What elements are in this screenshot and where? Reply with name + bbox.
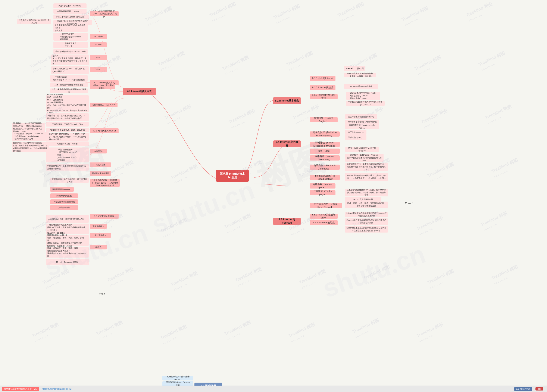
node-highspeed[interactable]: 宽带高速连接 — [50, 205, 78, 210]
node-8-5-1[interactable]: 8.5.1 Internet的组成与应用 — [310, 214, 338, 219]
node-pon-onu[interactable]: 每OLT接32个ONT或ONU，一个ONT可接4个用户，而ONU可接32个用户，… — [46, 133, 89, 141]
node-im[interactable]: 即时通信（Instant Messaging/IM/Ming） — [310, 142, 340, 147]
node-chinanet[interactable]: 中国公用计算机互联网（chinanet） — [53, 14, 89, 19]
node-pon-desc[interactable]: 下行采用广播，上行采用时分多路的方式，可以实现数据成本低，各线带宽的组合构架 — [46, 113, 89, 121]
node-pon-list[interactable]: PON—无源光网络OLT—光线路终端ONT—光线路终端OUN—光网终端盒ATM—… — [46, 95, 89, 112]
node-triple-play[interactable]: 三重播放（Triple-play） — [310, 190, 335, 195]
node-8-1-1-internet[interactable]: Internet——因特网 — [344, 66, 365, 71]
node-wimax-list[interactable]: 速度可达到1Mb/s以上1：特点：通信速度、图像、视频、视频、音频等。传输距离最… — [46, 235, 89, 246]
node-pstn[interactable]: PSTN拨号 — [90, 34, 107, 39]
node-cbngn[interactable]: 三金工程：金桥工程、金卡工程、金关工程 — [17, 19, 51, 24]
node-satellite-desc[interactable]: 利用公大网技术、采用光缆和双向传输的方式是进行综合布线 — [46, 164, 89, 171]
node-8-1-2-arpa[interactable]: ARPANet是Internet的前身 — [344, 84, 378, 89]
node-ie[interactable]: 用微信扫描Internet Explorer（IE） — [162, 381, 193, 386]
node-html-doc[interactable]: 将文件夹或文本内容拖进来（HTML） — [162, 376, 193, 380]
node-broadband-tech[interactable]: 三方面布线：宽带、通信和广播电视三网合一 — [46, 215, 89, 223]
node-8-5-2[interactable]: 8.5.2 Extranet的组成 — [310, 220, 338, 225]
node-broadcast[interactable]: Internet 流媒体广播（Broad casting） — [310, 175, 340, 180]
node-sat-desc2[interactable]: 局域网通过一种对称卫星互联网数据接入方式 — Internet接入方式还有卫星接… — [12, 123, 45, 132]
node-lmds[interactable]: LMDS接入 — [90, 149, 107, 153]
node-8-5-1-desc[interactable]: Internet是企业为内部员工提供的基于Internet技术的局域网应用网络 — [345, 212, 388, 217]
html-drag-btn[interactable]: 将文件夹或文本内容拖进来 (HTML) — [2, 387, 39, 391]
node-game[interactable]: 网络游戏（Internet game） — [310, 183, 335, 188]
node-satellite[interactable]: 局域网技术 — [90, 162, 111, 167]
node-cablemodem-sub2[interactable]: 优点：采用的是相结合发展后的的线路网络 — [50, 89, 88, 93]
node-bbs[interactable]: 电子公告牌（Bullletion Board System） — [310, 131, 340, 137]
node-vdsl-desc[interactable]: 基于以太网方式的VDSL，融入技术使QAM调制方式 — [51, 66, 89, 74]
node-adsl[interactable]: ADSL — [90, 55, 107, 60]
node-blog-desc[interactable]: 博客：Web Log的缩写，又叫"博客"或"日" — [345, 147, 379, 152]
node-8-5-2-desc2[interactable]: Extranet采用最先进的技术来确保安全，这种技术主要是使用虚拟专用网（VPN… — [345, 226, 388, 233]
node-switch[interactable]: 实现网络地址转换 — [50, 193, 78, 198]
node-4g-desc[interactable]: 4G（4th Generation网代） — [46, 259, 89, 265]
node-pstn-sub1[interactable]: 不需要申请用户利用有线电话56~64kb/s按时计费 — [53, 33, 88, 41]
node-8-2-5[interactable]: 8.2.5 宽带接入的发展 — [90, 214, 119, 219]
node-dhn-desc[interactable]: 组成：家庭、娱乐、医疗、安防等终端资源；装备家用宽带连接设施 — [345, 202, 388, 208]
node-nat-private[interactable]: 私有IP地址和私有IP地址可路由地实例：如果有多个不同的一致的IP对，下P地址空… — [12, 142, 49, 152]
node-nat-desc[interactable]: NAT的类型：静态NAT（Static NAT）动态地址NAT（Pooled N… — [12, 132, 49, 141]
node-8-2-3[interactable]: 8.2.3 局域网接入Internet — [90, 128, 119, 133]
node-isdn-sub[interactable]: 需要申请用户按时计费 — [53, 42, 88, 48]
node-8-2-1[interactable]: 8.2.1 互联网服务提供商（ISP）及中国的四大广域网 — [90, 11, 119, 16]
bottom-bar: 将文件夹或文本内容拖进来 (HTML) 用微信扫描Internet Explor… — [0, 385, 547, 392]
node-adsl-desc[interactable]: 是同构ADSL可以满足用户需要上网的带宽，主要适用于拨号用户的宽带接受，适用办公… — [51, 55, 89, 65]
node-search-engine[interactable]: 搜索引擎（Search Engine） — [310, 117, 338, 122]
network-browser-btn[interactable]: 8.3 网络浏览器 — [514, 387, 532, 391]
node-pon-fttp[interactable]: 光纤宽带接入—光纤入户P — [90, 103, 117, 107]
center-node[interactable]: 第八章 Internet技术与 应用 — [216, 170, 249, 182]
node-wimax-desc2[interactable]: 摄像：通信速度、图像、视频、音频，通信范围能到达多大程度：通过通信方式来达到安全… — [46, 247, 89, 258]
node-8-1-3-iab[interactable]: Internet体系结构委员会（IAB）网络信息中心（NOC）网络信息中心（NI… — [346, 92, 380, 100]
node-8-1-3[interactable]: 8.1.3 Internet的组织与管理 — [310, 94, 338, 99]
node-istnet[interactable]: 中国科学技术网（ISTNET） — [53, 3, 87, 8]
node-nat[interactable]: 网络地址转换——NAT — [50, 187, 74, 192]
node-lmds-desc[interactable]: 本地多点分配服务一种无线接入Internet的方式宽带允许用户从有公众掌管带宽 — [46, 147, 89, 162]
node-triple-desc2[interactable]: IPTV：交互式网络电视 — [345, 197, 381, 202]
ie-link[interactable]: 用微信扫描Internet Explorer (IE) — [42, 387, 72, 391]
node-8-5-2-desc1[interactable]: Extranet是在企业与其贸易伙伴之间协作工作的较为安全的网络 — [345, 219, 388, 225]
node-cablemodem-desc[interactable]: 一种宽带modem：利用有线电视（ATA）网进行数据传输 — [50, 75, 88, 82]
node-proxy[interactable]: 代理服务器的功能 — 代理服务器（Proxy Server），是局域网和ISP之… — [90, 179, 120, 187]
node-pon-guide[interactable]: PON的特点介绍：积积积 — [46, 142, 89, 146]
node-voip-desc[interactable]: 话路频率，SoftPhone，Free-call基于IP的电话技术不采用电路交换… — [345, 154, 383, 162]
node-bbs-1[interactable]: 电子公告——BBS — [345, 130, 366, 135]
tree-label: Tree — [91, 290, 113, 299]
tree-btn[interactable]: Tree — [535, 387, 543, 391]
node-8-1[interactable]: 8.1 Internet基本概念 — [273, 97, 301, 104]
node-8-4[interactable]: 8.4 Internet 上的服务 — [273, 140, 301, 147]
node-ecommerce[interactable]: 电子商务（Electronic Commerce） — [310, 165, 340, 170]
node-triple-desc[interactable]: 三重服务包含全套数字IPTV内容、宽带Internet接入及多路传输，其包含了电… — [345, 189, 388, 196]
node-8-1-1[interactable]: 8.1.1 什么是Internet — [310, 76, 335, 81]
node-pon-olts[interactable]: PON的设备主要由OLT、ONT、ONU组成 — [46, 128, 89, 132]
node-cdn-sub[interactable]: 采用与月制流量进行计价 → CDN号 — [53, 49, 88, 54]
node-search-2[interactable]: 按搜索关键词搜索用户需要的资源 — [345, 120, 379, 124]
node-8-1-2[interactable]: 8.1.2 Internet的起源 — [310, 85, 335, 90]
node-isdn[interactable]: ISDN号 — [90, 42, 107, 47]
node-voip[interactable]: 网络电话（Internet Telephony） — [310, 155, 340, 160]
node-nat-firewall[interactable]: 作为防火墙，工作在应用层，属于应用层防火墙 — [50, 178, 89, 183]
node-broadcast-desc[interactable]: Internet上运行的另一种实现方式，是一个人面对一个人的双向交流，一个人面对… — [345, 173, 388, 181]
node-pon-path[interactable]: PON路ATM—PON路Ethernet—PON — [46, 122, 89, 127]
node-filter[interactable]: 网络过滤和访问控制限制 — [50, 199, 78, 204]
node-cablemodem[interactable]: Cable-modem（有线调制解调器） — [90, 84, 115, 89]
node-wimax[interactable]: 宽带无线接入 — [90, 224, 107, 229]
node-vdsl[interactable]: VDSL — [90, 67, 107, 72]
node-search-1[interactable]: 提供一个查找"信息资源"的网站 — [345, 114, 377, 119]
node-wifi-access[interactable]: 局域网使用私有地址 — [90, 171, 111, 176]
node-4g[interactable]: 4G接入 — [90, 245, 107, 249]
tree-backtick-label: Tree ` — [389, 198, 428, 209]
node-dhn[interactable]: 数字家庭网络（Digital Home Network） — [310, 203, 342, 208]
nodes-layer: 第八章 Internet技术与 应用 8.1 Internet基本概念 8.1.… — [0, 0, 547, 392]
node-blog[interactable]: 博客（Blog） — [310, 149, 340, 154]
node-8-5[interactable]: 8.5 Internet与Extranet — [273, 218, 301, 225]
node-cablemodem-sub1[interactable]: 分类：对称速率型和非对称速率型 — [50, 83, 88, 87]
node-8-2[interactable]: 8.2 Internet的接入方式 — [123, 88, 156, 95]
node-wifi-desc[interactable]: 一种通用的宽带无线接入技术采用方式无线方式实现了给子关键的宽带接入 — WiFi… — [46, 224, 89, 234]
node-adsl-outer[interactable]: 有线宽带接入 — [90, 233, 111, 238]
node-bbs-2[interactable]: 近代公告（BIM） — [345, 135, 366, 140]
node-ec-desc[interactable]: 利用计算机技术、网络技术和远程通信技术，实现整个商务过程中的电子化、数字化和网络… — [345, 163, 388, 171]
node-8-1-3-china[interactable]: 中国Internet的管理机构是"中国互联网中心（NNIC）" — [346, 101, 385, 106]
node-cernet[interactable]: 中国教育科研网（CERNET） — [53, 9, 87, 14]
node-search-3[interactable]: 搜索引擎代表：Baidu, Google, Yahoo! — [345, 124, 379, 129]
node-8-1-1-desc[interactable]: Internet是多基层次的网络拓扑（主干网、中继网、接入网） — [344, 73, 376, 77]
node-pstn-desc[interactable]: 拨号上网速度的常见分为分为各等级和各层接入速度 — [53, 24, 88, 32]
